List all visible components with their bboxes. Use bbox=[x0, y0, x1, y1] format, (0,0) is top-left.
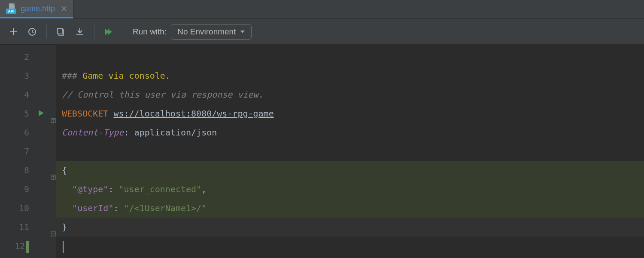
code-line: { bbox=[56, 161, 644, 180]
line-number: 3 bbox=[0, 66, 56, 85]
code-line: } bbox=[56, 218, 644, 236]
line-number: 2 bbox=[0, 47, 56, 66]
toolbar-separator-3 bbox=[123, 25, 123, 39]
svg-marker-9 bbox=[240, 31, 245, 33]
fold-end-icon[interactable] bbox=[50, 224, 56, 230]
code-line: WEBSOCKET ws://localhost:8080/ws-rpg-gam… bbox=[56, 104, 644, 123]
code-line: "@type": "user_connected", bbox=[56, 180, 644, 199]
environment-select[interactable]: No Environment bbox=[171, 24, 252, 40]
code-line bbox=[56, 47, 644, 66]
line-number: 9 bbox=[0, 180, 56, 199]
current-line-indicator bbox=[26, 241, 29, 253]
add-request-button[interactable] bbox=[6, 25, 21, 39]
run-all-button[interactable] bbox=[101, 25, 116, 39]
copy-button[interactable] bbox=[54, 25, 68, 39]
tab-filename: game.http bbox=[21, 4, 55, 13]
http-toolbar: Run with: No Environment bbox=[0, 19, 644, 45]
http-api-file-icon: API bbox=[6, 3, 17, 14]
code-line: ### Game via console. bbox=[56, 66, 644, 85]
line-number: 6 bbox=[0, 123, 56, 142]
code-line bbox=[56, 142, 644, 161]
code-editor[interactable]: 2 3 4 5 6 7 8 9 10 11 12 ### Game via bbox=[0, 45, 644, 258]
line-number: 10 bbox=[0, 199, 56, 218]
chevron-down-icon bbox=[240, 27, 245, 37]
line-number: 4 bbox=[0, 85, 56, 104]
fold-start-icon[interactable] bbox=[50, 167, 56, 173]
code-area[interactable]: ### Game via console. // Control this us… bbox=[56, 45, 644, 258]
file-tab[interactable]: API game.http bbox=[0, 0, 73, 18]
run-with-label: Run with: bbox=[133, 27, 167, 37]
tab-bar: API game.http bbox=[0, 0, 644, 19]
svg-marker-8 bbox=[108, 28, 112, 35]
code-line bbox=[56, 236, 644, 255]
code-line: Content-Type: application/json bbox=[56, 123, 644, 142]
toolbar-separator bbox=[46, 25, 47, 39]
svg-rect-6 bbox=[58, 28, 62, 34]
import-button[interactable] bbox=[73, 25, 87, 39]
environment-value: No Environment bbox=[177, 27, 236, 37]
svg-text:API: API bbox=[8, 9, 14, 13]
svg-marker-10 bbox=[39, 110, 44, 116]
run-gutter-icon[interactable] bbox=[38, 104, 45, 123]
history-button[interactable] bbox=[25, 25, 39, 39]
line-number: 12 bbox=[0, 236, 56, 255]
close-tab-icon[interactable] bbox=[61, 4, 67, 13]
line-number: 8 bbox=[0, 161, 56, 180]
text-caret bbox=[63, 241, 64, 253]
fold-start-icon[interactable] bbox=[50, 111, 56, 117]
code-line: "userId": "/<1UserName1>/" bbox=[56, 199, 644, 218]
line-number: 5 bbox=[0, 104, 56, 123]
toolbar-separator-2 bbox=[94, 25, 94, 39]
line-number: 11 bbox=[0, 218, 56, 236]
line-number: 7 bbox=[0, 142, 56, 161]
gutter: 2 3 4 5 6 7 8 9 10 11 12 bbox=[0, 45, 56, 258]
code-line: // Control this user via response view. bbox=[56, 85, 644, 104]
